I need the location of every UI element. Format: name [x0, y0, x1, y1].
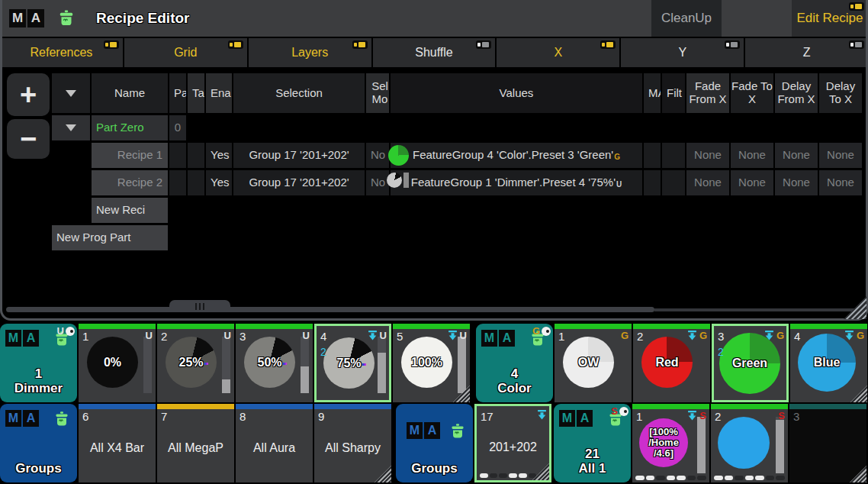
swipe-indicator-icon	[849, 40, 864, 49]
cleanup-button[interactable]: CleanUp	[651, 0, 722, 37]
preset-dimmer-75[interactable]: 4 2 U 75%	[314, 324, 391, 402]
group-all-sharpy[interactable]: 9 All Sharpy	[314, 404, 391, 482]
tab-z[interactable]: Z	[745, 38, 868, 67]
tab-grid[interactable]: Grid	[124, 38, 247, 67]
column-matricks[interactable]: MA	[644, 73, 661, 113]
dimmer-pool-header[interactable]: MA U 1 Dimmer	[0, 324, 77, 402]
column-delay-to-x[interactable]: Delay To X	[819, 73, 862, 113]
tab-shuffle[interactable]: Shuffle	[373, 38, 496, 67]
column-sel-mode[interactable]: Sel Mo	[366, 73, 389, 113]
preset-dimmer-100[interactable]: 5 U 100%	[393, 324, 470, 402]
recipe-selmode-cell[interactable]: No	[366, 170, 389, 195]
recipe-values-cell[interactable]: FeatureGroup 1 'Dimmer'.Preset 4 '75%'U	[391, 170, 642, 195]
preset-dimmer-0[interactable]: 1 U 0%	[79, 324, 156, 402]
column-part[interactable]: Par	[169, 73, 186, 113]
pool-resize-grip[interactable]	[850, 386, 867, 402]
new-prog-part-cell[interactable]: New Prog Part	[52, 225, 168, 250]
recipe-delay-from-cell[interactable]: None	[775, 170, 818, 195]
window-resize-grip[interactable]	[844, 296, 866, 319]
horizontal-scrollbar-handle[interactable]	[169, 300, 230, 312]
column-fade-from-x[interactable]: Fade From X	[686, 73, 729, 113]
pool-resize-grip[interactable]	[850, 466, 866, 482]
recipe-name-cell[interactable]: Recipe 2	[92, 170, 168, 195]
recipe-delay-from-cell[interactable]: None	[775, 143, 818, 168]
preset-dimmer-25[interactable]: 2 U 25%	[157, 324, 234, 402]
group-all-megap[interactable]: 7 All MegaP	[157, 404, 234, 482]
preset-color-red[interactable]: 2 G Red	[633, 324, 710, 402]
tab-x[interactable]: X	[497, 38, 619, 67]
recipe-filter-cell[interactable]	[662, 143, 685, 168]
column-enabled[interactable]: Ena	[206, 73, 232, 113]
tab-layers[interactable]: Layers	[249, 38, 371, 67]
appearance-strip	[157, 404, 234, 409]
group-all-x4-bar[interactable]: 6 All X4 Bar	[79, 404, 156, 482]
remove-recipe-button[interactable]: −	[7, 119, 50, 159]
recipe-selmode-cell[interactable]: No	[366, 143, 389, 168]
column-expander[interactable]	[52, 73, 90, 113]
all-pool-header[interactable]: MA S 21 All 1	[554, 404, 631, 482]
preset-all-2[interactable]: 2 S	[711, 404, 788, 482]
horizontal-scrollbar-track[interactable]	[6, 307, 654, 312]
preset-all-3-empty[interactable]: 3	[789, 404, 866, 482]
preset-all-1[interactable]: 1 S [100% /Home /4.6]	[632, 404, 709, 482]
recipe-name-cell[interactable]: Recipe 1	[92, 143, 168, 168]
recipe-enabled-cell[interactable]: Yes	[206, 170, 232, 195]
color-pool-header[interactable]: MA G 4 Color	[476, 324, 553, 402]
recipe-enabled-cell[interactable]: Yes	[206, 143, 232, 168]
recipe-part-cell[interactable]	[169, 170, 186, 195]
recipe-tag-cell[interactable]	[188, 143, 204, 168]
groups-pool-header-2[interactable]: MA Groups	[396, 404, 473, 482]
part-zero-name-cell[interactable]: Part Zero	[92, 115, 168, 140]
recipe-fade-from-cell[interactable]: None	[686, 143, 729, 168]
ma-logo-m: M	[5, 330, 21, 347]
tab-references[interactable]: References	[0, 38, 123, 67]
part-zero-expander[interactable]	[52, 115, 90, 140]
color-disc: Red	[641, 337, 693, 388]
recipe-fade-to-cell[interactable]: None	[731, 143, 773, 168]
column-delay-from-x[interactable]: Delay From X	[775, 73, 818, 113]
fixture-segments	[635, 476, 706, 480]
part-zero-number-cell[interactable]: 0	[169, 115, 186, 140]
tab-label: References	[31, 46, 93, 60]
recipe-matricks-cell[interactable]	[644, 170, 661, 195]
scope-badge: U	[303, 330, 310, 341]
column-name[interactable]: Name	[92, 73, 168, 113]
preset-color-ow[interactable]: 1 G OW	[555, 324, 632, 402]
column-fade-to-x[interactable]: Fade To X	[731, 73, 773, 113]
new-recipe-cell[interactable]: New Reci	[92, 198, 168, 223]
add-recipe-button[interactable]: +	[7, 73, 50, 116]
preset-color-blue[interactable]: 4 G Blue	[790, 324, 867, 402]
dimmer-disc: 75%	[323, 337, 375, 389]
recipe-selection-cell[interactable]: Group 17 '201+202'	[233, 170, 365, 195]
ma-logo[interactable]: M A	[9, 9, 44, 27]
recipe-part-cell[interactable]	[169, 143, 186, 168]
recipe-delay-to-cell[interactable]: None	[819, 143, 862, 168]
recipe-matricks-cell[interactable]	[644, 143, 661, 168]
preset-color-green[interactable]: 3 2 G Green	[712, 324, 789, 402]
item-number: 1	[636, 410, 642, 423]
recipe-tag-cell[interactable]	[188, 170, 204, 195]
horizontal-scrollbar-track[interactable]	[654, 308, 857, 311]
preset-dimmer-50[interactable]: 3 U 50%	[236, 324, 313, 402]
ma-logo-a: A	[23, 410, 39, 427]
recipe-fade-to-cell[interactable]: None	[731, 170, 773, 195]
column-filter[interactable]: Filt	[662, 73, 685, 113]
column-tag[interactable]: Tag	[188, 73, 204, 113]
column-selection[interactable]: Selection	[233, 73, 365, 113]
recipe-filter-cell[interactable]	[662, 170, 685, 195]
recipe-selection-cell[interactable]: Group 17 '201+202'	[233, 143, 365, 168]
group-201-202[interactable]: 17 201+202	[474, 404, 551, 482]
edit-recipe-button[interactable]: Edit Recipe	[792, 0, 868, 37]
tab-y[interactable]: Y	[621, 38, 744, 67]
pool-resize-grip[interactable]	[375, 466, 391, 482]
recipe-fade-from-cell[interactable]: None	[686, 170, 729, 195]
column-values[interactable]: Values	[391, 73, 642, 113]
recipe-delay-to-cell[interactable]: None	[819, 170, 862, 195]
pool-resize-grip[interactable]	[532, 463, 549, 480]
groups-pool-header[interactable]: MA Groups	[0, 404, 77, 482]
appearance-strip	[157, 324, 234, 329]
group-all-aura[interactable]: 8 All Aura	[236, 404, 313, 482]
pool-name: All 1	[554, 461, 631, 476]
recipe-values-cell[interactable]: FeatureGroup 4 'Color'.Preset 3 'Green'G	[391, 143, 642, 168]
appearance-strip	[633, 324, 710, 329]
